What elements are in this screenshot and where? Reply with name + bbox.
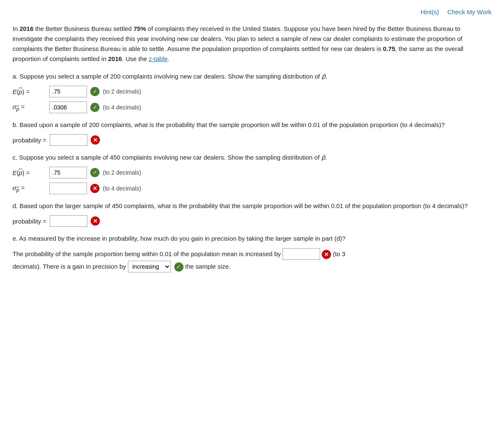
part-e-within: 0.01 <box>160 250 172 257</box>
part-c-sigma-hint: (to 4 decimals) <box>103 185 141 192</box>
year-bold: 2016 <box>20 25 33 32</box>
part-d-question: d. Based upon the larger sample of 450 c… <box>13 201 491 211</box>
part-a-sigma-hint: (to 4 decimals) <box>103 104 141 111</box>
part-a-sigma-label: σp = <box>13 103 46 112</box>
part-e-question: e. As measured by the increase in probab… <box>13 234 491 244</box>
part-b-decimals: 4 <box>409 121 412 128</box>
problem-intro: In 2016 the Better Business Bureau settl… <box>13 24 491 64</box>
part-a-sample: 200 <box>110 73 120 80</box>
part-a-label: a. <box>13 73 18 80</box>
part-c-ep-check-icon: ✓ <box>90 168 99 177</box>
part-c-sample: 450 <box>110 154 120 161</box>
part-c-ep-row: E(p) = ✓ (to 2 decimals) <box>13 167 491 178</box>
part-b-label: b. <box>13 121 18 128</box>
part-d-within: 0.01 <box>331 202 343 209</box>
check-my-work-link[interactable]: Check My Work <box>447 8 491 15</box>
part-d-prob-x-icon: ✕ <box>91 216 100 226</box>
part-a-ep-label: E(p) = <box>13 88 46 95</box>
part-a-ep-row: E(p) = .75 ✓ (to 2 decimals) <box>13 86 491 97</box>
part-d-sample: 450 <box>112 202 122 209</box>
part-c-sigma-row: σp = ✕ (to 4 decimals) <box>13 183 491 194</box>
part-a-ep-check-icon: ✓ <box>90 87 99 96</box>
part-e-mid-text: of the population mean is increased by <box>172 250 283 257</box>
part-d-prob-input[interactable] <box>50 215 87 227</box>
part-e-dropdown-check-icon: ✓ <box>174 262 183 272</box>
part-d-prob-row: probability = ✕ <box>13 215 491 227</box>
part-e-intro-text: The probability of the sample proportion… <box>13 250 160 257</box>
part-c-ep-hint: (to 2 decimals) <box>103 169 141 176</box>
top-bar: Hint(s) Check My Work <box>13 8 491 15</box>
ztable-link[interactable]: z-table <box>149 55 168 62</box>
part-e-end-text: the sample size. <box>185 263 230 270</box>
hints-link[interactable]: Hint(s) <box>420 8 439 15</box>
part-c-sigma-label: σp = <box>13 184 46 193</box>
part-e-decimals-text: decimals). There is a gain in precision … <box>13 263 128 270</box>
part-c-sigma-input[interactable] <box>49 183 87 194</box>
part-b-prob-input[interactable] <box>50 134 87 146</box>
year2-bold: 2016 <box>108 55 122 62</box>
part-d-label: d. <box>13 202 18 209</box>
part-c-question: c. Suppose you select a sample of 450 co… <box>13 153 491 163</box>
part-b-prob-x-icon: ✕ <box>91 135 100 145</box>
part-b-prob-label: probability = <box>13 137 46 144</box>
part-e-content: The probability of the sample proportion… <box>13 248 491 273</box>
part-e-dropdown[interactable]: increasing decreasing <box>128 261 171 272</box>
part-b-question: b. Based upon a sample of 200 complaints… <box>13 120 491 130</box>
part-c-label: c. <box>13 154 18 161</box>
part-c-ep-input[interactable] <box>49 167 87 178</box>
part-e-hint-text: (to 3 <box>331 250 345 257</box>
percent-bold: 75% <box>133 25 146 32</box>
part-a-sigma-check-icon: ✓ <box>90 103 99 112</box>
part-c-ep-label: E(p) = <box>13 169 46 176</box>
part-c-sigma-x-icon: ✕ <box>90 184 99 193</box>
part-a-ep-input[interactable]: .75 <box>49 86 87 97</box>
part-b-within: 0.01 <box>308 121 320 128</box>
part-e-label: e. <box>13 235 18 242</box>
part-a-question: a. Suppose you select a sample of 200 co… <box>13 71 491 81</box>
proportion-bold: 0.75 <box>383 45 395 52</box>
part-a-sigma-row: σp = .0306 ✓ (to 4 decimals) <box>13 102 491 113</box>
part-e-increase-input[interactable] <box>283 248 320 260</box>
part-d-decimals: 4 <box>432 202 435 209</box>
part-b-sample: 200 <box>89 121 99 128</box>
part-b-prob-row: probability = ✕ <box>13 134 491 146</box>
part-a-ep-hint: (to 2 decimals) <box>103 88 141 95</box>
part-d-prob-label: probability = <box>13 218 46 225</box>
part-e-increase-x-icon: ✕ <box>322 250 331 259</box>
part-a-sigma-input[interactable]: .0306 <box>49 102 87 113</box>
